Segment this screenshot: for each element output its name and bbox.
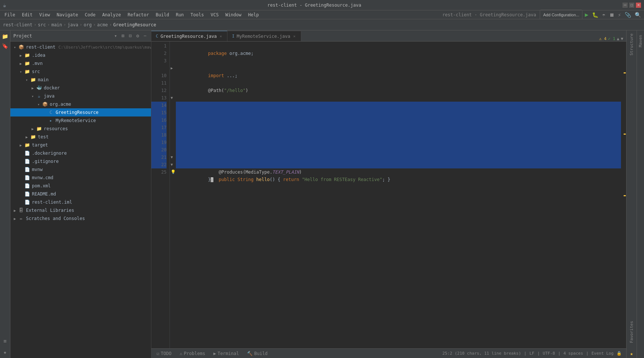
my-remote-service-tab-icon: I — [232, 34, 234, 39]
my-remote-service-tab-label: MyRemoteService.java — [237, 34, 290, 39]
add-configuration-button[interactable]: Add Configuration... — [540, 10, 582, 20]
title-bar: ☕ rest-client - GreetingResource.java ─ … — [0, 0, 644, 10]
tree-node-org-acme[interactable]: ▾ 📦 org.acme — [10, 100, 151, 108]
tab-problems[interactable]: ⚠ Problems — [176, 350, 209, 357]
gutter-warning-3 — [624, 195, 626, 196]
tree-node-mvnwcmd[interactable]: 📄 mvnw.cmd — [10, 174, 151, 182]
event-log[interactable]: Event Log — [591, 351, 614, 356]
warning-count: ⚠ 4 — [599, 36, 607, 41]
project-close[interactable]: − — [142, 32, 148, 39]
menu-navigate[interactable]: Navigate — [54, 12, 81, 18]
tree-node-pomxml[interactable]: 📄 pom.xml — [10, 182, 151, 190]
menu-run[interactable]: Run — [173, 12, 187, 18]
menu-tools[interactable]: Tools — [188, 12, 207, 18]
nav-restclient[interactable]: rest-client — [3, 22, 32, 27]
code-line-18: MyRemoteService remoteService; — [176, 131, 621, 139]
tree-node-my-remote-service[interactable]: ▸ MyRemoteService — [10, 116, 151, 125]
tree-node-idea[interactable]: ▶ 📁 .idea — [10, 51, 151, 59]
todo-icon: ☑ — [157, 351, 159, 356]
tree-node-test[interactable]: ▶ 📁 test — [10, 133, 151, 141]
menu-refactor[interactable]: Refactor — [125, 12, 152, 18]
nav-acme[interactable]: acme — [97, 22, 108, 27]
tab-build[interactable]: 🔨 Build — [243, 350, 271, 357]
tree-node-main[interactable]: ▾ 📁 main — [10, 76, 151, 84]
nav-src[interactable]: src — [38, 22, 46, 27]
close-button[interactable]: ✕ — [636, 3, 641, 8]
code-line-25: }| — [176, 168, 621, 176]
coverage-button[interactable]: ☂ — [601, 12, 607, 18]
main-layout: 📁 🔖 ≡ ★ Project ▾ ⊞ ⊟ ⚙ − ▾ 📦 rest-clien… — [0, 30, 644, 358]
code-editor[interactable]: package org.acme; ▶ import ...; — [170, 42, 621, 348]
tree-node-resources[interactable]: ▶ 📁 resources — [10, 125, 151, 133]
tree-node-scratches-consoles[interactable]: ▶ ✏ Scratches and Consoles — [10, 214, 151, 223]
menu-help[interactable]: Help — [245, 12, 262, 18]
maven-label[interactable]: Maven — [637, 32, 644, 50]
ok-count: ✓ 1 — [608, 36, 615, 41]
nav-bar: rest-client › src › main › java › org › … — [0, 19, 644, 30]
structure-icon[interactable]: ≡ — [1, 336, 10, 345]
cursor-position: 25:2 (210 chars, 11 line breaks) — [443, 351, 521, 356]
todo-label: TODO — [161, 351, 171, 356]
tab-greeting-resource[interactable]: C GreetingResource.java ✕ — [151, 31, 227, 41]
menu-vcs[interactable]: VCS — [208, 12, 222, 18]
code-line-2 — [176, 50, 621, 57]
maven-panel: Maven — [637, 30, 644, 358]
menu-code[interactable]: Code — [82, 12, 99, 18]
project-collapse-all[interactable]: ⊟ — [128, 32, 134, 39]
project-tree: ▾ 📦 rest-client C:\Users\Jeff\work\src\t… — [10, 42, 151, 358]
minimize-button[interactable]: ─ — [622, 3, 628, 8]
tree-node-docker[interactable]: ▶ 🐳 docker — [10, 84, 151, 92]
structure-label[interactable]: Structure — [628, 30, 635, 59]
nav-org[interactable]: org — [83, 22, 92, 27]
menu-window[interactable]: Window — [222, 12, 244, 18]
bookmarks-icon[interactable]: 🔖 — [1, 42, 10, 50]
search-everywhere-button[interactable]: 🔍 — [633, 12, 643, 18]
greeting-resource-tab-close[interactable]: ✕ — [219, 34, 223, 39]
tree-node-dockerignore[interactable]: 📄 .dockerignore — [10, 149, 151, 157]
tree-node-java[interactable]: ▾ ☕ java — [10, 92, 151, 100]
tree-node-src[interactable]: ▾ 📁 src — [10, 68, 151, 76]
project-tool-window-icon[interactable]: 📁 — [1, 32, 10, 41]
code-line-10 — [176, 72, 621, 79]
project-panel-title: Project — [13, 33, 111, 39]
nav-main[interactable]: main — [51, 22, 62, 27]
status-cursor-info: 25:2 (210 chars, 11 line breaks) | LF | … — [440, 351, 625, 356]
tree-node-rest-client[interactable]: ▾ 📦 rest-client C:\Users\Jeff\work\src\t… — [10, 43, 151, 51]
bottom-panel: ☑ TODO ⚠ Problems ▶ Terminal 🔨 Build 25:… — [151, 348, 626, 358]
menu-edit[interactable]: Edit — [19, 12, 36, 18]
tab-todo[interactable]: ☑ TODO — [153, 350, 175, 357]
run-button[interactable]: ▶ — [583, 11, 590, 18]
tree-node-external-libraries[interactable]: ▶ 🗄 External Libraries — [10, 206, 151, 214]
menu-build[interactable]: Build — [153, 12, 172, 18]
profile-button[interactable]: ⚡ — [617, 12, 622, 18]
project-settings[interactable]: ⚙ — [135, 32, 141, 39]
problems-icon: ⚠ — [180, 351, 182, 356]
project-expand-all[interactable]: ⊞ — [120, 32, 126, 39]
tree-node-readmemd[interactable]: 📄 README.md — [10, 190, 151, 198]
my-remote-service-tab-close[interactable]: ✕ — [293, 34, 296, 39]
menu-file[interactable]: File — [1, 12, 18, 18]
stop-button[interactable]: ⏹ — [608, 12, 616, 18]
tree-node-gitignore[interactable]: 📄 .gitignore — [10, 157, 151, 165]
attach-button[interactable]: 📎 — [623, 12, 632, 18]
right-gutter[interactable] — [621, 42, 626, 348]
favorites-label[interactable]: Favorites — [628, 318, 635, 346]
menu-analyze[interactable]: Analyze — [99, 12, 124, 18]
menu-view[interactable]: View — [36, 12, 53, 18]
tree-node-mvn[interactable]: ▶ 📁 .mvn — [10, 59, 151, 68]
debug-button[interactable]: 🐛 — [591, 12, 600, 18]
maximize-button[interactable]: □ — [629, 3, 634, 8]
tab-my-remote-service[interactable]: I MyRemoteService.java ✕ — [227, 31, 301, 41]
tree-node-greeting-resource[interactable]: C GreetingResource — [10, 108, 151, 116]
editor-content: 1 2 3 10 11 12 13 14 15 16 17 18 19 20 2… — [151, 42, 626, 348]
tree-node-mvnw[interactable]: 📄 mvnw — [10, 165, 151, 174]
star-icon[interactable]: ★ — [628, 349, 634, 358]
project-scope-button[interactable]: ▾ — [113, 32, 119, 39]
tree-node-target[interactable]: ▶ 📁 target — [10, 141, 151, 149]
tree-node-restclientml[interactable]: 📄 rest-client.iml — [10, 198, 151, 206]
code-line-gap — [176, 65, 621, 72]
nav-java[interactable]: java — [68, 22, 78, 27]
tab-terminal[interactable]: ▶ Terminal — [210, 350, 243, 357]
nav-greetingresource[interactable]: GreetingResource — [113, 22, 156, 27]
favorites-icon[interactable]: ★ — [1, 348, 10, 357]
